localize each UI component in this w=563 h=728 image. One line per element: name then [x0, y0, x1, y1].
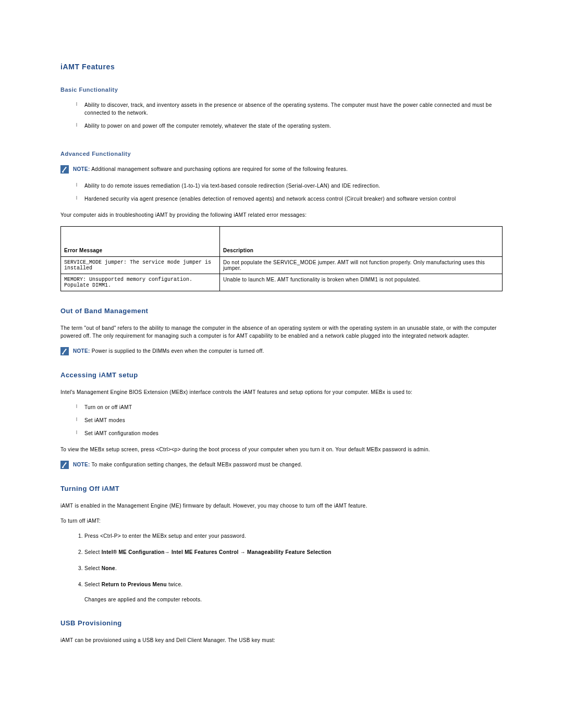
error-message-table: Error Message Description SERVICE_MODE j…: [60, 226, 503, 291]
note-icon: [60, 165, 69, 174]
note-text: NOTE: To make configuration setting chan…: [73, 461, 302, 468]
access-outro: To view the MEBx setup screen, press <Ct…: [60, 446, 503, 453]
note-oob: NOTE: Power is supplied to the DIMMs eve…: [60, 347, 503, 355]
step-text: twice.: [167, 582, 182, 587]
table-header-error: Error Message: [61, 227, 220, 257]
table-header-description: Description: [219, 227, 502, 257]
table-row: MEMORY: Unsupported memory configuration…: [61, 274, 503, 291]
list-item: Set iAMT configuration modes: [84, 429, 503, 437]
step-bold: Manageability Feature Selection: [247, 549, 332, 555]
basic-functionality-list: Ability to discover, track, and inventor…: [60, 101, 503, 130]
note-label: NOTE:: [73, 462, 90, 467]
troubleshoot-intro: Your computer aids in troubleshooting iA…: [60, 211, 503, 219]
access-intro: Intel's Management Engine BIOS Extension…: [60, 388, 503, 396]
step-arrow: →: [239, 549, 247, 555]
list-item: Ability to do remote issues remediation …: [84, 182, 503, 190]
list-item: Set iAMT modes: [84, 416, 503, 424]
svg-rect-5: [62, 467, 64, 468]
step-bold: Intel ME Features Control: [172, 549, 239, 555]
heading-usb-provisioning: USB Provisioning: [60, 619, 503, 627]
note-icon: [60, 347, 69, 355]
heading-out-of-band: Out of Band Management: [60, 307, 503, 315]
note-body: To make configuration setting changes, t…: [90, 462, 302, 467]
cell-error-message: SERVICE_MODE jumper: The service mode ju…: [61, 257, 220, 274]
step-text: Select: [84, 565, 102, 571]
step-subtext: Changes are applied and the computer reb…: [84, 596, 503, 603]
step-item: Select None.: [84, 564, 503, 572]
step-text: Select: [84, 582, 102, 587]
cell-description: Do not populate the SERVICE_MODE jumper.…: [219, 257, 502, 274]
note-text: NOTE: Power is supplied to the DIMMs eve…: [73, 347, 264, 355]
cell-description: Unable to launch ME. AMT functionality i…: [219, 274, 502, 291]
note-body: Power is supplied to the DIMMs even when…: [90, 348, 264, 354]
turnoff-lead: To turn off iAMT:: [60, 517, 503, 525]
oob-paragraph: The term "out of band" refers to the abi…: [60, 324, 503, 340]
svg-rect-3: [62, 353, 64, 354]
heading-turning-off: Turning Off iAMT: [60, 485, 503, 492]
step-item: Select Return to Previous Menu twice. Ch…: [84, 581, 503, 603]
list-item: Ability to power on and power off the co…: [84, 122, 503, 130]
note-label: NOTE:: [73, 166, 90, 172]
list-item: Ability to discover, track, and inventor…: [84, 101, 503, 117]
list-item: Turn on or off iAMT: [84, 403, 503, 411]
step-item: Press <Ctrl-P> to enter the MEBx setup a…: [84, 532, 503, 540]
step-text: Select: [84, 549, 102, 555]
document-page: iAMT Features Basic Functionality Abilit…: [0, 0, 563, 683]
step-arrow: →: [165, 549, 172, 555]
usb-text: iAMT can be provisioned using a USB key …: [60, 636, 503, 644]
list-item: Hardened security via agent presence (en…: [84, 195, 503, 203]
step-item: Select Intel® ME Configuration→ Intel ME…: [84, 548, 503, 556]
note-access: NOTE: To make configuration setting chan…: [60, 461, 503, 469]
step-bold: None: [102, 565, 115, 571]
turnoff-steps: Press <Ctrl-P> to enter the MEBx setup a…: [60, 532, 503, 603]
heading-iamt-features: iAMT Features: [60, 63, 503, 71]
heading-advanced-functionality: Advanced Functionality: [60, 151, 503, 157]
step-bold: Return to Previous Menu: [102, 582, 167, 587]
cell-error-message: MEMORY: Unsupported memory configuration…: [61, 274, 220, 291]
table-row: SERVICE_MODE jumper: The service mode ju…: [61, 257, 503, 274]
svg-rect-1: [62, 171, 64, 172]
note-advanced: NOTE: Additional management software and…: [60, 165, 503, 174]
heading-accessing-setup: Accessing iAMT setup: [60, 371, 503, 379]
note-text: NOTE: Additional management software and…: [73, 165, 348, 173]
note-body: Additional management software and purch…: [90, 166, 348, 172]
step-bold: Intel® ME Configuration: [102, 549, 165, 555]
heading-basic-functionality: Basic Functionality: [60, 87, 503, 93]
step-text: .: [115, 565, 117, 571]
access-list: Turn on or off iAMT Set iAMT modes Set i…: [60, 403, 503, 437]
note-icon: [60, 461, 69, 469]
note-label: NOTE:: [73, 348, 90, 354]
turnoff-intro: iAMT is enabled in the Management Engine…: [60, 502, 503, 510]
advanced-functionality-list: Ability to do remote issues remediation …: [60, 182, 503, 203]
